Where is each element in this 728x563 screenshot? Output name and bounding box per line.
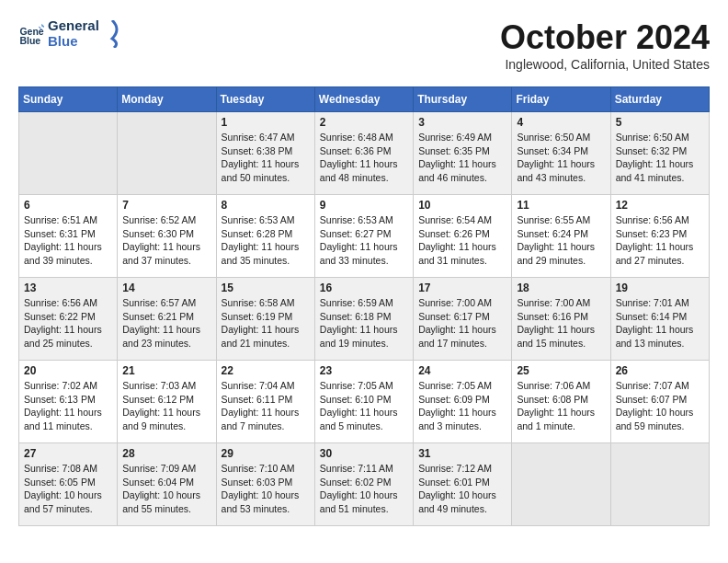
day-info: Sunrise: 6:50 AMSunset: 6:34 PMDaylight:… bbox=[517, 131, 605, 185]
day-number: 28 bbox=[122, 447, 210, 460]
weekday-header-row: SundayMondayTuesdayWednesdayThursdayFrid… bbox=[19, 87, 710, 112]
calendar-cell: 8Sunrise: 6:53 AMSunset: 6:28 PMDaylight… bbox=[216, 195, 314, 278]
calendar-cell: 13Sunrise: 6:56 AMSunset: 6:22 PMDayligh… bbox=[19, 278, 118, 361]
day-info: Sunrise: 6:58 AMSunset: 6:19 PMDaylight:… bbox=[222, 296, 310, 350]
day-number: 17 bbox=[418, 282, 506, 294]
calendar-cell: 31Sunrise: 7:12 AMSunset: 6:01 PMDayligh… bbox=[414, 443, 512, 526]
calendar-cell: 28Sunrise: 7:09 AMSunset: 6:04 PMDayligh… bbox=[118, 443, 216, 526]
svg-text:Blue: Blue bbox=[19, 35, 40, 46]
day-info: Sunrise: 7:11 AMSunset: 6:02 PMDaylight:… bbox=[320, 462, 408, 516]
logo-swoosh-icon bbox=[103, 20, 121, 48]
day-number: 16 bbox=[320, 282, 408, 294]
calendar-cell: 19Sunrise: 7:01 AMSunset: 6:14 PMDayligh… bbox=[610, 278, 709, 361]
day-number: 20 bbox=[24, 364, 112, 377]
calendar-cell: 1Sunrise: 6:47 AMSunset: 6:38 PMDaylight… bbox=[216, 112, 314, 195]
day-info: Sunrise: 7:07 AMSunset: 6:07 PMDaylight:… bbox=[616, 379, 704, 433]
calendar-cell: 16Sunrise: 6:59 AMSunset: 6:18 PMDayligh… bbox=[314, 278, 413, 361]
calendar-cell: 30Sunrise: 7:11 AMSunset: 6:02 PMDayligh… bbox=[314, 443, 413, 526]
page-header: General Blue General Blue October 2024 I… bbox=[18, 18, 710, 72]
calendar-cell: 17Sunrise: 7:00 AMSunset: 6:17 PMDayligh… bbox=[414, 278, 512, 361]
calendar-cell: 7Sunrise: 6:52 AMSunset: 6:30 PMDaylight… bbox=[118, 195, 216, 278]
day-number: 30 bbox=[320, 447, 408, 460]
day-number: 6 bbox=[24, 199, 112, 212]
calendar-cell bbox=[19, 112, 118, 195]
weekday-header: Friday bbox=[512, 87, 610, 112]
day-info: Sunrise: 6:56 AMSunset: 6:23 PMDaylight:… bbox=[616, 213, 704, 268]
day-info: Sunrise: 7:09 AMSunset: 6:04 PMDaylight:… bbox=[122, 462, 210, 516]
day-info: Sunrise: 7:10 AMSunset: 6:03 PMDaylight:… bbox=[222, 462, 310, 516]
calendar-cell bbox=[512, 443, 610, 526]
day-number: 23 bbox=[320, 364, 408, 377]
logo-wordmark: General Blue bbox=[48, 18, 99, 49]
day-info: Sunrise: 7:03 AMSunset: 6:12 PMDaylight:… bbox=[122, 379, 210, 433]
day-number: 19 bbox=[616, 282, 704, 294]
day-number: 29 bbox=[222, 447, 310, 460]
day-info: Sunrise: 6:56 AMSunset: 6:22 PMDaylight:… bbox=[24, 296, 112, 350]
calendar-cell: 24Sunrise: 7:05 AMSunset: 6:09 PMDayligh… bbox=[414, 361, 512, 443]
day-number: 31 bbox=[418, 447, 506, 460]
calendar-week-row: 20Sunrise: 7:02 AMSunset: 6:13 PMDayligh… bbox=[19, 361, 710, 443]
day-number: 1 bbox=[222, 116, 310, 129]
weekday-header: Wednesday bbox=[314, 87, 413, 112]
day-info: Sunrise: 6:47 AMSunset: 6:38 PMDaylight:… bbox=[222, 131, 310, 185]
day-number: 11 bbox=[517, 199, 605, 212]
calendar-cell: 6Sunrise: 6:51 AMSunset: 6:31 PMDaylight… bbox=[19, 195, 118, 278]
calendar-cell: 18Sunrise: 7:00 AMSunset: 6:16 PMDayligh… bbox=[512, 278, 610, 361]
day-number: 18 bbox=[517, 282, 605, 294]
weekday-header: Saturday bbox=[610, 87, 709, 112]
day-number: 7 bbox=[122, 199, 210, 212]
calendar-cell: 14Sunrise: 6:57 AMSunset: 6:21 PMDayligh… bbox=[118, 278, 216, 361]
calendar-cell: 4Sunrise: 6:50 AMSunset: 6:34 PMDaylight… bbox=[512, 112, 610, 195]
calendar-cell: 12Sunrise: 6:56 AMSunset: 6:23 PMDayligh… bbox=[610, 195, 709, 278]
day-info: Sunrise: 6:48 AMSunset: 6:36 PMDaylight:… bbox=[320, 131, 408, 185]
day-info: Sunrise: 6:54 AMSunset: 6:26 PMDaylight:… bbox=[418, 213, 506, 268]
weekday-header: Tuesday bbox=[216, 87, 314, 112]
weekday-header: Monday bbox=[118, 87, 216, 112]
day-info: Sunrise: 6:51 AMSunset: 6:31 PMDaylight:… bbox=[24, 213, 112, 268]
logo-icon: General Blue bbox=[18, 21, 44, 47]
day-number: 4 bbox=[517, 116, 605, 129]
day-number: 10 bbox=[418, 199, 506, 212]
calendar-week-row: 13Sunrise: 6:56 AMSunset: 6:22 PMDayligh… bbox=[19, 278, 710, 361]
day-info: Sunrise: 6:59 AMSunset: 6:18 PMDaylight:… bbox=[320, 296, 408, 350]
calendar-week-row: 6Sunrise: 6:51 AMSunset: 6:31 PMDaylight… bbox=[19, 195, 710, 278]
day-number: 12 bbox=[616, 199, 704, 212]
day-info: Sunrise: 7:00 AMSunset: 6:17 PMDaylight:… bbox=[418, 296, 506, 350]
calendar-cell bbox=[118, 112, 216, 195]
location: Inglewood, California, United States bbox=[500, 57, 710, 72]
title-block: October 2024 Inglewood, California, Unit… bbox=[500, 18, 710, 72]
calendar-cell: 22Sunrise: 7:04 AMSunset: 6:11 PMDayligh… bbox=[216, 361, 314, 443]
calendar-cell: 15Sunrise: 6:58 AMSunset: 6:19 PMDayligh… bbox=[216, 278, 314, 361]
day-info: Sunrise: 6:53 AMSunset: 6:27 PMDaylight:… bbox=[320, 213, 408, 268]
day-info: Sunrise: 6:55 AMSunset: 6:24 PMDaylight:… bbox=[517, 213, 605, 268]
calendar-cell: 10Sunrise: 6:54 AMSunset: 6:26 PMDayligh… bbox=[414, 195, 512, 278]
day-number: 8 bbox=[222, 199, 310, 212]
day-info: Sunrise: 7:05 AMSunset: 6:10 PMDaylight:… bbox=[320, 379, 408, 433]
day-number: 2 bbox=[320, 116, 408, 129]
day-number: 22 bbox=[222, 364, 310, 377]
month-title: October 2024 bbox=[500, 18, 710, 57]
day-info: Sunrise: 7:01 AMSunset: 6:14 PMDaylight:… bbox=[616, 296, 704, 350]
day-info: Sunrise: 7:06 AMSunset: 6:08 PMDaylight:… bbox=[517, 379, 605, 433]
day-info: Sunrise: 7:02 AMSunset: 6:13 PMDaylight:… bbox=[24, 379, 112, 433]
day-number: 15 bbox=[222, 282, 310, 294]
calendar-cell: 11Sunrise: 6:55 AMSunset: 6:24 PMDayligh… bbox=[512, 195, 610, 278]
calendar-cell: 2Sunrise: 6:48 AMSunset: 6:36 PMDaylight… bbox=[314, 112, 413, 195]
calendar-cell: 23Sunrise: 7:05 AMSunset: 6:10 PMDayligh… bbox=[314, 361, 413, 443]
day-info: Sunrise: 7:00 AMSunset: 6:16 PMDaylight:… bbox=[517, 296, 605, 350]
calendar-table: SundayMondayTuesdayWednesdayThursdayFrid… bbox=[18, 86, 710, 526]
day-number: 5 bbox=[616, 116, 704, 129]
day-info: Sunrise: 7:12 AMSunset: 6:01 PMDaylight:… bbox=[418, 462, 506, 516]
day-info: Sunrise: 6:57 AMSunset: 6:21 PMDaylight:… bbox=[122, 296, 210, 350]
calendar-cell bbox=[610, 443, 709, 526]
day-info: Sunrise: 7:04 AMSunset: 6:11 PMDaylight:… bbox=[222, 379, 310, 433]
day-number: 21 bbox=[122, 364, 210, 377]
calendar-cell: 21Sunrise: 7:03 AMSunset: 6:12 PMDayligh… bbox=[118, 361, 216, 443]
calendar-cell: 25Sunrise: 7:06 AMSunset: 6:08 PMDayligh… bbox=[512, 361, 610, 443]
calendar-week-row: 1Sunrise: 6:47 AMSunset: 6:38 PMDaylight… bbox=[19, 112, 710, 195]
day-info: Sunrise: 7:05 AMSunset: 6:09 PMDaylight:… bbox=[418, 379, 506, 433]
calendar-cell: 3Sunrise: 6:49 AMSunset: 6:35 PMDaylight… bbox=[414, 112, 512, 195]
day-info: Sunrise: 6:50 AMSunset: 6:32 PMDaylight:… bbox=[616, 131, 704, 185]
day-info: Sunrise: 6:52 AMSunset: 6:30 PMDaylight:… bbox=[122, 213, 210, 268]
calendar-cell: 5Sunrise: 6:50 AMSunset: 6:32 PMDaylight… bbox=[610, 112, 709, 195]
